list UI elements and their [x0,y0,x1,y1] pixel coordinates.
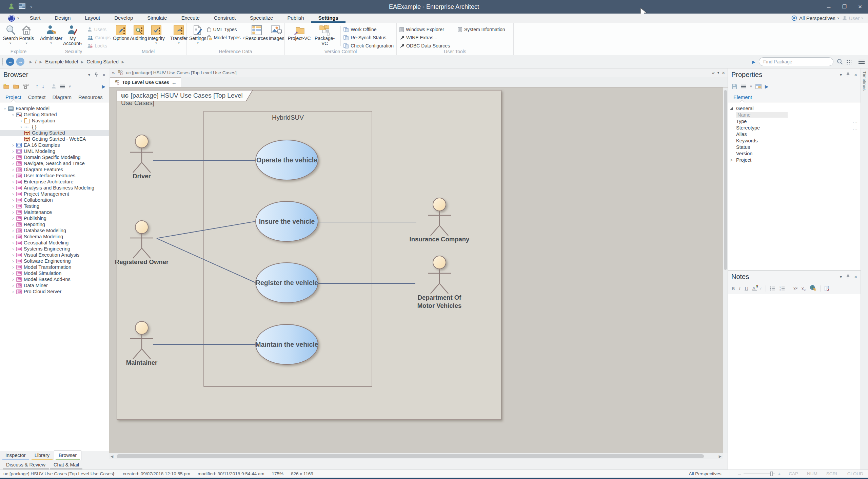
tree-item[interactable]: ›Navigate, Search and Trace [0,160,109,166]
tree-item[interactable]: ›Diagram Features [0,166,109,173]
nav-back-button[interactable]: ← [6,58,14,66]
list-options-icon[interactable] [846,59,851,64]
zoom-in-icon[interactable]: + [777,471,781,477]
tree-item[interactable]: ›Pro Cloud Server [0,288,109,295]
tree-expander-icon[interactable]: › [10,289,16,294]
dialog-icon[interactable] [755,84,762,89]
side-tab-timelines[interactable]: Timelines [862,71,867,91]
hamburger-menu-icon[interactable] [859,60,865,64]
resources-button[interactable]: Resources [245,24,268,41]
tree-expander-icon[interactable]: › [10,179,16,184]
uml-types-item[interactable]: UML Types [207,25,245,34]
browser-menu-chevron[interactable]: ˅ [69,85,71,88]
zoom-slider-thumb[interactable] [770,472,773,476]
tree-expander-icon[interactable]: › [10,246,16,251]
close-button[interactable]: × [858,3,862,11]
tree-item[interactable]: ›Data Miner [0,282,109,288]
tree-item[interactable]: ›Publishing [0,215,109,221]
package-icon[interactable] [13,84,19,89]
minimize-button[interactable]: – [827,3,831,11]
browser-tab-diagram[interactable]: Diagram [50,94,74,102]
tree-item[interactable]: ›Maintenance [0,209,109,215]
find-package-input[interactable] [759,57,833,66]
more-button[interactable]: ... [853,119,858,124]
tree-item[interactable]: ›Analysis and Business Modeling [0,185,109,191]
tree-expander-icon[interactable]: › [10,155,16,160]
tab-design[interactable]: Design [48,14,78,23]
images-button[interactable]: Images [269,24,284,41]
tree-expander-icon[interactable]: › [10,222,16,227]
tree-expander-icon[interactable]: › [10,192,16,196]
tree-expander-icon[interactable]: › [10,198,16,202]
tab-close-icon[interactable]: × [722,70,725,76]
panel-close-icon[interactable]: × [854,72,857,78]
hyperlink-icon[interactable] [810,285,816,292]
breadcrumb-root[interactable]: / [35,59,37,64]
bold-icon[interactable]: B [731,286,735,292]
search-small-icon[interactable] [837,59,843,65]
tab-browser[interactable]: Browser [54,451,81,460]
find-play-icon[interactable]: ▶ [752,59,755,64]
property-row[interactable]: ▷Project [728,157,861,163]
scroll-right-icon[interactable]: ▶ [717,454,723,459]
tree-expander-icon[interactable]: › [10,143,16,147]
tree-item[interactable]: ›Schema Modeling [0,234,109,240]
superscript-icon[interactable]: x² [793,286,797,291]
tree-item[interactable]: ›Enterprise Architecture [0,179,109,185]
tree-expander-icon[interactable]: › [10,173,16,178]
tab-construct[interactable]: Construct [207,14,243,23]
property-row[interactable]: Alias [728,131,861,137]
diagram-hscrollbar[interactable]: ◀ ▶ [109,453,723,459]
property-row[interactable]: Keywords [728,137,861,144]
work-offline-item[interactable]: Work Offline [343,25,394,34]
tab-settings[interactable]: Settings [311,14,346,23]
perspectives-selector[interactable]: All Perspectives ˅ [791,15,840,21]
tree-expander-icon[interactable]: › [10,271,16,276]
tree-item[interactable]: ›Database Modeling [0,227,109,234]
tree-expander-icon[interactable]: › [10,259,16,263]
tree-item[interactable]: ›Domain Specific Modeling [0,154,109,160]
tab-specialize[interactable]: Specialize [243,14,280,23]
panel-play-icon[interactable]: ▶ [765,84,769,89]
tree-expander-icon[interactable]: › [10,253,16,257]
expand-tabs-icon[interactable]: » [112,70,115,76]
panel-play-icon[interactable]: ▶ [102,84,105,89]
group-expander-icon[interactable]: ▷ [730,158,736,162]
document-path-label[interactable]: uc [package] HSUV Use Cases [Top Level U… [126,70,236,75]
collapse-tabs-icon[interactable]: « [712,70,715,76]
wine-extras-item[interactable]: WINE Extras... [399,34,457,42]
tree-item[interactable]: ›UML Modeling [0,148,109,154]
panel-close-icon[interactable]: × [854,274,857,280]
tab-back-icon[interactable]: ← [172,80,177,85]
tree-item[interactable]: ›User Interface Features [0,173,109,179]
tree-expander-icon[interactable]: › [10,149,16,154]
pin-icon[interactable] [94,73,98,77]
more-button[interactable]: ... [853,125,858,131]
tree-item[interactable]: ›Reporting [0,221,109,227]
property-row[interactable]: Stereotype... [728,124,861,131]
tab-layout[interactable]: Layout [78,14,107,23]
notes-editor[interactable] [728,294,861,470]
doc-tab-top-level-use-cases[interactable]: Top Level Use Cases ← [110,77,181,87]
properties-menu-icon[interactable] [741,85,746,88]
panel-dropdown-icon[interactable]: ▾ [88,72,91,77]
tree-item[interactable]: ›Collaboration [0,197,109,203]
auditing-button[interactable]: Auditing [130,24,147,41]
tree-item[interactable]: ▿Getting Started [0,112,109,118]
tree-item[interactable]: ›{ } [0,124,109,130]
tree-item[interactable]: ›Model Based Add-Ins [0,276,109,282]
tree-expander-icon[interactable]: › [10,228,16,233]
tab-discuss-review[interactable]: Discuss & Review [3,461,49,470]
refdata-settings-button[interactable]: Settings˅ [189,24,206,45]
tree-item[interactable]: ▿Example Model [0,105,109,112]
pin-icon[interactable] [846,275,850,279]
maximize-button[interactable]: ❐ [842,4,846,10]
zoom-out-icon[interactable]: – [738,471,741,477]
tree-item[interactable]: ›Navigation [0,118,109,124]
user-menu[interactable]: User ˅ [842,15,863,21]
tab-list-icon[interactable]: ▾ [717,71,719,75]
windows-explorer-item[interactable]: Windows Explorer [399,25,457,34]
save-icon[interactable] [731,84,737,89]
tree-expander-icon[interactable]: › [18,124,24,129]
project-vc-button[interactable]: Project-VC [288,24,311,41]
